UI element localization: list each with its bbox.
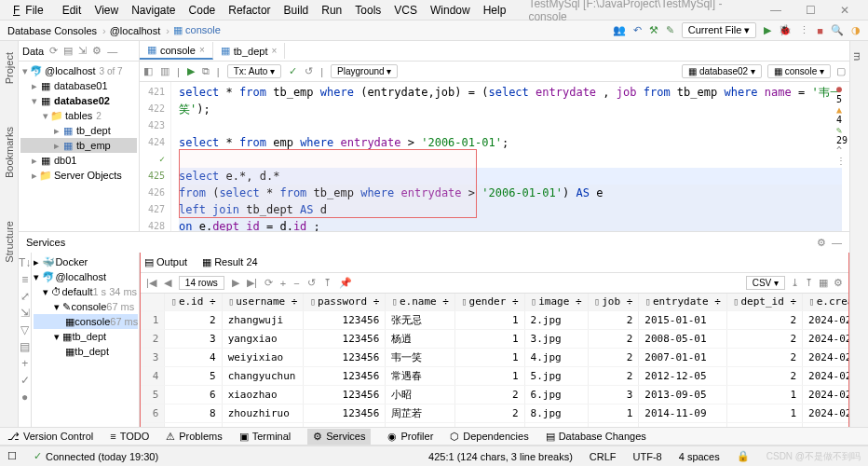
filter-icon[interactable]: ▤: [63, 45, 73, 57]
export-format[interactable]: CSV ▾: [746, 276, 785, 290]
gear-icon[interactable]: ⚙: [92, 45, 102, 57]
col-job[interactable]: ▯job ÷: [588, 294, 639, 310]
export-icon[interactable]: ⤓: [791, 277, 799, 289]
menu-vcs[interactable]: VCS: [388, 2, 423, 19]
history-icon[interactable]: ◧: [143, 65, 153, 77]
explain-icon[interactable]: ⧉: [202, 65, 210, 77]
svc-host[interactable]: ▾ 🐬 @localhost: [34, 269, 138, 284]
col-id[interactable]: ▯e.id ÷: [165, 294, 222, 310]
table-row[interactable]: 12zhangwuji123456张无忌12.jpg22015-01-01220…: [141, 310, 848, 329]
wand-icon[interactable]: ✎: [666, 24, 674, 36]
result-grid[interactable]: ▯e.id ÷ ▯username ÷ ▯password ÷ ▯e.name …: [141, 294, 848, 445]
status-spaces[interactable]: 4 spaces: [679, 451, 720, 462]
rail-bookmarks[interactable]: Bookmarks: [2, 119, 17, 185]
updates-icon[interactable]: ◑: [851, 24, 861, 36]
svc-console[interactable]: ▾ ✎ console 67 ms: [34, 299, 138, 314]
layout-icon[interactable]: ▤: [20, 340, 30, 353]
ok-icon[interactable]: ✓: [20, 374, 30, 387]
status-box-icon[interactable]: ☐: [7, 450, 17, 462]
col-name[interactable]: ▯e.name ÷: [386, 294, 455, 310]
status-crlf[interactable]: CRLF: [590, 451, 617, 462]
view-icon[interactable]: ▦: [819, 277, 828, 289]
more-icon[interactable]: ⋮: [799, 24, 809, 36]
collapse-icon[interactable]: ⇲: [78, 45, 87, 57]
breadcrumb-a[interactable]: Database Consoles: [7, 25, 97, 36]
collapse-icon[interactable]: ⤢: [20, 290, 30, 303]
breadcrumb-c[interactable]: ▦ console: [173, 24, 221, 36]
menu-run[interactable]: Run: [316, 2, 347, 19]
svc-docker[interactable]: ▸ 🐳 Docker: [34, 254, 138, 269]
tool-services[interactable]: ⚙ Services: [307, 429, 371, 445]
tree-schema[interactable]: ▸▦db01: [20, 153, 137, 168]
users-icon[interactable]: 👥: [613, 24, 626, 36]
editor-body[interactable]: 421422423424 ✓ 425 426427428 select * fr…: [140, 82, 849, 231]
close-icon[interactable]: ✕: [834, 2, 855, 19]
table-row[interactable]: 68zhouzhiruo123456周芷若28.jpg12014-11-0912…: [141, 404, 848, 422]
close-icon[interactable]: ×: [271, 46, 277, 56]
prev-icon[interactable]: ◀: [164, 277, 171, 289]
revert-icon[interactable]: ↺: [307, 277, 316, 289]
status-lock-icon[interactable]: 🔒: [737, 450, 750, 462]
maximize-icon[interactable]: ☐: [800, 2, 821, 19]
run-config-select[interactable]: Current File ▾: [682, 22, 757, 38]
tree-table-selected[interactable]: ▸▦tb_emp: [20, 138, 137, 153]
schema-select[interactable]: ▦ database02 ▾: [682, 64, 762, 78]
session-select[interactable]: ▦ console ▾: [767, 64, 831, 78]
expand-icon[interactable]: ≡: [21, 273, 28, 286]
split-icon[interactable]: ▢: [836, 65, 846, 77]
rail-project[interactable]: Project: [2, 45, 17, 91]
tree-datasource[interactable]: ▾🐬@localhost3 of 7: [20, 63, 137, 78]
tool-dependencies[interactable]: ⬡ Dependencies: [450, 431, 528, 443]
menu-file[interactable]: FFile: [7, 2, 55, 19]
filter-icon[interactable]: T↓: [19, 256, 31, 269]
stop-icon[interactable]: ■: [817, 25, 823, 36]
tool-todo[interactable]: ≡ TODO: [110, 431, 149, 442]
hide-icon[interactable]: —: [107, 46, 117, 57]
search-icon[interactable]: 🔍: [831, 24, 844, 36]
menu-window[interactable]: Window: [425, 2, 476, 19]
hammer-icon[interactable]: ⚒: [649, 24, 658, 36]
col-gender[interactable]: ▯gender ÷: [454, 294, 524, 310]
tool-terminal[interactable]: ▣ Terminal: [239, 431, 292, 443]
tab-console[interactable]: ▦console×: [140, 42, 213, 60]
tx-mode[interactable]: Tx: Auto ▾: [227, 64, 281, 78]
svc-console-selected[interactable]: ▦ console 67 ms: [34, 314, 138, 329]
add-row-icon[interactable]: +: [280, 278, 286, 289]
add-icon[interactable]: +: [21, 357, 28, 370]
playground-select[interactable]: Playground ▾: [331, 64, 398, 78]
tree-table[interactable]: ▸▦tb_dept: [20, 123, 137, 138]
menu-navigate[interactable]: Navigate: [126, 2, 181, 19]
svc-tbdept2[interactable]: ▦ tb_dept: [34, 344, 138, 359]
tree-server-objects[interactable]: ▸📁Server Objects: [20, 168, 137, 183]
rail-maven[interactable]: m: [850, 45, 865, 68]
tool-profiler[interactable]: ◉ Profiler: [387, 431, 433, 443]
col-deptid[interactable]: ▯dept_id ÷: [726, 294, 802, 310]
next-icon[interactable]: ▶: [232, 277, 239, 289]
stop-icon[interactable]: ●: [21, 391, 28, 404]
menu-refactor[interactable]: Refactor: [223, 2, 276, 19]
tab-result[interactable]: ▦ Result 24: [202, 256, 258, 268]
tree-schema[interactable]: ▸▦database01: [20, 78, 137, 93]
col-image[interactable]: ▯image ÷: [524, 294, 588, 310]
commit-icon[interactable]: ⤒: [323, 277, 332, 289]
table-row[interactable]: 45changyuchun123456常遇春15.jpg22012-12-052…: [141, 366, 848, 385]
col-createtime[interactable]: ▯e.create_time ÷: [803, 294, 848, 310]
first-icon[interactable]: |◀: [146, 277, 156, 289]
tree-tables[interactable]: ▾📁tables2: [20, 108, 137, 123]
minimize-icon[interactable]: —: [765, 2, 787, 19]
rail-structure[interactable]: Structure: [2, 213, 17, 270]
menu-code[interactable]: Code: [183, 2, 222, 19]
svc-default[interactable]: ▾ ⏱ default 1 s 34 ms: [34, 284, 138, 299]
table-row[interactable]: 23yangxiao123456杨逍13.jpg22008-05-0122024…: [141, 329, 848, 348]
col-rownum[interactable]: [141, 294, 165, 310]
import-icon[interactable]: ⤒: [805, 277, 813, 289]
close-icon[interactable]: ×: [199, 45, 205, 55]
tab-tb-dept[interactable]: ▦tb_dept×: [213, 43, 286, 59]
del-row-icon[interactable]: −: [293, 278, 299, 289]
col-password[interactable]: ▯password ÷: [304, 294, 386, 310]
refresh-icon[interactable]: ⟳: [49, 45, 58, 57]
debug-icon[interactable]: 🐞: [779, 24, 792, 36]
tree-icon[interactable]: ⇲: [20, 307, 30, 320]
hide-icon[interactable]: —: [832, 237, 842, 249]
last-icon[interactable]: ▶|: [247, 277, 257, 289]
